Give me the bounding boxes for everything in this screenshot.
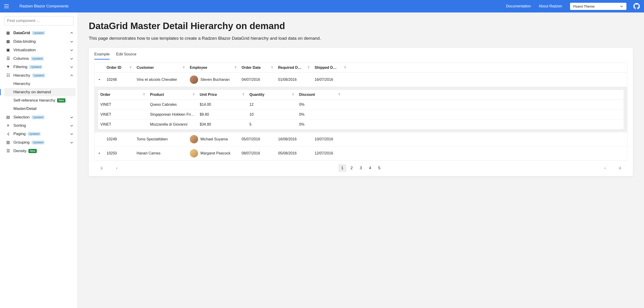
cell-qty: 12 <box>250 102 254 107</box>
pager-next[interactable]: › <box>601 164 609 172</box>
pager-last[interactable]: ›| <box>616 164 624 172</box>
github-icon[interactable] <box>633 3 640 9</box>
sidebar-item-data-binding[interactable]: ▦ Data-binding <box>4 37 76 46</box>
sidebar-item-sorting[interactable]: ≡ Sorting <box>4 121 76 130</box>
chevron-down-icon <box>70 116 74 119</box>
sidebar-item-grouping[interactable]: ▥ GroupingUpdated <box>4 138 76 147</box>
grid-icon: ▦ <box>6 39 10 44</box>
sidebar-item-label: Columns <box>14 56 29 61</box>
column-order-date[interactable]: Order Date <box>242 65 261 70</box>
sidebar-item-columns[interactable]: ☰ ColumnsUpdated <box>4 54 76 63</box>
cell-disc: 0% <box>299 112 304 117</box>
pager-page-4[interactable]: 4 <box>366 164 374 172</box>
column-shipped-date[interactable]: Shipped D… <box>314 65 336 70</box>
new-badge: New <box>57 98 66 102</box>
table-row[interactable]: VINET Singaporean Hokkien Fri… $9.80 10 … <box>98 110 624 120</box>
pager-page-3[interactable]: 3 <box>357 164 365 172</box>
column-customer[interactable]: Customer <box>136 65 154 70</box>
sidebar-item-label: Data-binding <box>14 39 36 44</box>
table-row[interactable]: VINET Queso Cabrales $14.00 12 0% <box>98 100 624 110</box>
sidebar-item-label: Filtering <box>14 65 27 69</box>
table-row[interactable]: VINET Mozzarella di Giovanni $34.80 5 0% <box>98 120 624 129</box>
pager-prev[interactable]: ‹ <box>113 164 121 172</box>
cell-order-id: 10250 <box>106 151 117 155</box>
table-row[interactable]: 10250 Hanari Carnes Margaret Peacock 08/… <box>94 146 627 160</box>
filter-icon[interactable] <box>307 66 310 69</box>
sidebar-item-datagrid[interactable]: ▦ DataGridUpdated <box>4 29 76 37</box>
expand-toggle[interactable] <box>94 149 104 157</box>
caret-right-icon <box>98 152 100 154</box>
pager-page-5[interactable]: 5 <box>376 164 383 172</box>
cell-shipped-date: 12/07/2016 <box>314 151 333 155</box>
sidebar-item-hierarchy-basic[interactable]: Hierarchy <box>4 80 76 88</box>
cell-product: Mozzarella di Giovanni <box>150 122 188 127</box>
sidebar-item-selection[interactable]: ▤ SelectionUpdated <box>4 113 76 121</box>
avatar <box>190 149 198 157</box>
expand-toggle[interactable] <box>94 76 104 84</box>
pager-first[interactable]: |‹ <box>98 164 106 172</box>
pager-page-2[interactable]: 2 <box>348 164 356 172</box>
cell-customer: Toms Spezialitäten <box>136 137 168 141</box>
theme-select[interactable]: Fluent Theme <box>570 3 626 10</box>
sidebar-item-label: Hierarchy on demand <box>14 90 51 94</box>
filter-icon[interactable] <box>271 66 274 69</box>
detail-header: Order Product Unit Price Quantity Discou… <box>98 90 624 100</box>
filter-icon[interactable] <box>338 93 341 96</box>
filter-icon[interactable] <box>142 93 146 96</box>
table-row[interactable]: 10248 Vins et alcools Chevalier Steven B… <box>94 73 627 87</box>
pager: |‹ ‹ 1 2 3 4 5 › ›| <box>94 160 627 174</box>
sidebar-item-label: Hierarchy <box>14 81 30 86</box>
filter-icon[interactable] <box>129 66 132 69</box>
table-row[interactable]: 10249 Toms Spezialitäten Michael Suyama … <box>94 132 627 146</box>
pager-page-1[interactable]: 1 <box>338 164 346 172</box>
density-icon: ☰ <box>6 148 10 153</box>
cell-required-date: 01/08/2016 <box>278 78 296 82</box>
cell-order-date: 05/07/2016 <box>242 137 260 141</box>
about-link[interactable]: About Radzen <box>539 4 562 8</box>
column-employee[interactable]: Employee <box>190 65 207 70</box>
filter-icon[interactable] <box>182 66 185 69</box>
column-order-id[interactable]: Order ID <box>106 65 121 70</box>
filter-icon[interactable] <box>292 93 294 96</box>
find-component-input[interactable] <box>4 16 74 25</box>
filter-icon[interactable] <box>242 93 245 96</box>
hierarchy-icon: ☷ <box>6 73 10 78</box>
chevron-down-icon <box>70 57 74 60</box>
filter-icon[interactable] <box>192 93 195 96</box>
column-quantity[interactable]: Quantity <box>250 93 264 97</box>
sidebar-item-label: Grouping <box>14 140 30 145</box>
sidebar-item-hierarchy-on-demand[interactable]: Hierarchy on demand <box>4 88 76 96</box>
column-discount[interactable]: Discount <box>299 93 315 97</box>
tab-edit-source[interactable]: Edit Source <box>116 52 136 59</box>
sidebar: ▦ DataGridUpdated ▦ Data-binding ▣ Virtu… <box>0 12 78 308</box>
main-content: DataGrid Master Detail Hierarchy on dema… <box>78 12 644 308</box>
sidebar-item-self-reference[interactable]: Self-reference hierarchyNew <box>4 96 76 105</box>
filter-icon[interactable] <box>344 66 346 69</box>
cell-order-date: 04/07/2016 <box>242 78 260 82</box>
sidebar-item-label: Self-reference hierarchy <box>14 98 55 103</box>
cell-product: Singaporean Hokkien Fri… <box>150 112 194 117</box>
column-unit-price[interactable]: Unit Price <box>200 93 217 97</box>
sidebar-item-filtering[interactable]: FilteringUpdated <box>4 63 76 71</box>
column-order[interactable]: Order <box>100 93 110 97</box>
cell-customer: Vins et alcools Chevalier <box>136 78 177 82</box>
documentation-link[interactable]: Documentation <box>506 4 531 8</box>
tab-example[interactable]: Example <box>94 52 110 59</box>
menu-icon[interactable] <box>4 4 9 8</box>
cell-employee: Michael Suyama <box>200 137 228 141</box>
sidebar-item-hierarchy[interactable]: ☷ HierarchyUpdated <box>4 71 76 80</box>
sidebar-item-label: Hierarchy <box>14 73 30 78</box>
sidebar-item-virtualization[interactable]: ▣ Virtualization <box>4 46 76 54</box>
cell-price: $34.80 <box>200 122 211 127</box>
sidebar-item-density[interactable]: ☰ DensityNew <box>4 147 76 155</box>
filter-icon[interactable] <box>234 66 237 69</box>
sidebar-item-master-detail[interactable]: Master/Detail <box>4 105 76 113</box>
columns-icon: ☰ <box>6 56 10 61</box>
tabs: Example Edit Source <box>94 52 627 60</box>
column-required-date[interactable]: Required D… <box>278 65 302 70</box>
sidebar-item-paging[interactable]: ›| PagingUpdated <box>4 130 76 138</box>
column-product[interactable]: Product <box>150 93 164 97</box>
datagrid-header: Order ID Customer Employee Order Date Re… <box>94 63 627 73</box>
expand-toggle[interactable] <box>94 136 104 142</box>
datagrid-icon: ▦ <box>6 30 10 35</box>
